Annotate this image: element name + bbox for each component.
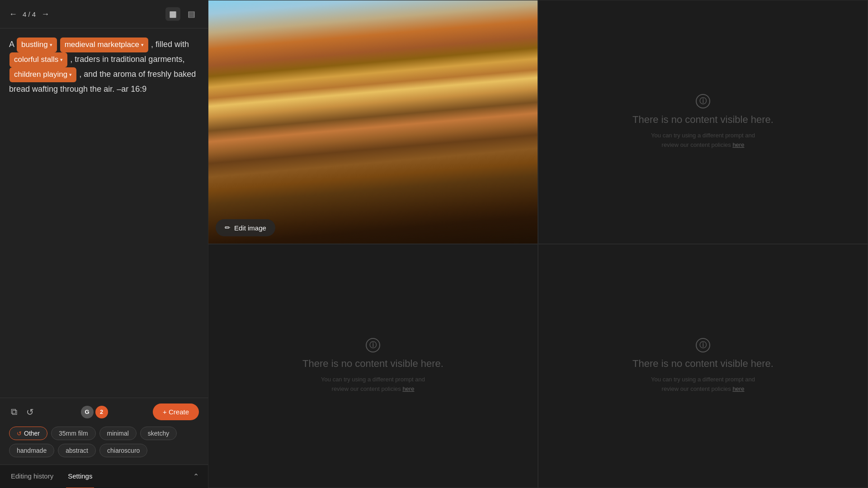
image-cell-1: ✏ Edit image	[208, 0, 538, 244]
chip-arrow-2: ▾	[141, 41, 144, 49]
badges: G 2	[81, 406, 108, 418]
create-button[interactable]: + Create	[153, 404, 199, 420]
chip-colorful-stalls[interactable]: colorful stalls ▾	[9, 52, 67, 67]
no-content-link-2[interactable]: here	[732, 141, 744, 148]
image-cell-3: ⓘ There is no content visible here. You …	[208, 244, 538, 488]
prev-button[interactable]: ←	[9, 10, 17, 18]
nav-bar: ← 4 / 4 → ▦ ▤	[0, 0, 208, 28]
chip-bustling[interactable]: bustling ▾	[17, 38, 57, 52]
prompt-text2: , filled with	[151, 40, 189, 49]
left-bottom: ⧉ ↺ G 2 + Create ↺ Other 35mm film	[0, 398, 208, 465]
left-panel: ← 4 / 4 → ▦ ▤ A bustling ▾ medieval mark…	[0, 0, 208, 488]
next-button[interactable]: →	[41, 10, 49, 18]
prompt-area: A bustling ▾ medieval marketplace ▾ , fi…	[0, 28, 208, 398]
no-content-sub-3: You can try using a different prompt and…	[314, 375, 432, 394]
info-icon-4: ⓘ	[696, 338, 710, 352]
bottom-actions-row: ⧉ ↺ G 2 + Create	[9, 404, 199, 420]
refresh-icon: ↺	[17, 430, 22, 437]
chip-children-playing[interactable]: children playing ▾	[9, 67, 76, 82]
chip-medieval-marketplace[interactable]: medieval marketplace ▾	[60, 38, 148, 52]
no-content-link-3[interactable]: here	[402, 385, 414, 392]
badge-g: G	[81, 406, 94, 418]
prompt-text: A bustling ▾ medieval marketplace ▾ , fi…	[9, 38, 199, 96]
style-chip-minimal[interactable]: minimal	[99, 427, 137, 440]
chip-arrow: ▾	[50, 41, 52, 49]
no-content-sub-2: You can try using a different prompt and…	[644, 131, 762, 150]
chip-arrow-3: ▾	[60, 56, 63, 64]
no-content-sub-4: You can try using a different prompt and…	[644, 375, 762, 394]
style-chips: ↺ Other 35mm film minimal sketchy handma…	[9, 427, 199, 457]
no-content-link-4[interactable]: here	[732, 385, 744, 392]
tab-editing-history[interactable]: Editing history	[9, 465, 55, 488]
prompt-prefix: A	[9, 40, 16, 49]
chip-arrow-4: ▾	[69, 70, 72, 79]
medieval-image	[208, 0, 538, 244]
prompt-text3: , traders in traditional garments,	[70, 55, 184, 64]
badge-2: 2	[95, 406, 108, 418]
style-chip-chiaroscuro[interactable]: chiaroscuro	[99, 444, 147, 457]
nav-count: 4 / 4	[23, 10, 36, 18]
style-chip-sketchy[interactable]: sketchy	[140, 427, 177, 440]
tab-bar: Editing history Settings ⌃	[0, 465, 208, 488]
pencil-icon: ✏	[225, 224, 231, 232]
tab-chevron-icon[interactable]: ⌃	[193, 472, 199, 481]
style-chip-other[interactable]: ↺ Other	[9, 427, 47, 440]
style-chip-handmade[interactable]: handmade	[9, 444, 54, 457]
style-chip-abstract[interactable]: abstract	[58, 444, 96, 457]
image-cell-4: ⓘ There is no content visible here. You …	[538, 244, 868, 488]
icon-buttons: ⧉ ↺	[9, 405, 36, 419]
grid-view-button[interactable]: ▦	[165, 7, 180, 21]
list-view-button[interactable]: ▤	[184, 7, 199, 21]
refresh-button[interactable]: ↺	[24, 405, 36, 419]
info-icon-2: ⓘ	[696, 94, 710, 108]
copy-button[interactable]: ⧉	[9, 405, 19, 419]
info-icon-3: ⓘ	[366, 338, 380, 352]
style-chip-35mm[interactable]: 35mm film	[51, 427, 96, 440]
no-content-title-4: There is no content visible here.	[632, 358, 774, 370]
image-cell-2: ⓘ There is no content visible here. You …	[538, 0, 868, 244]
right-panel: ✏ Edit image ⓘ There is no content visib…	[208, 0, 868, 488]
tab-settings[interactable]: Settings	[66, 465, 94, 488]
no-content-title-2: There is no content visible here.	[632, 114, 774, 126]
edit-image-button[interactable]: ✏ Edit image	[216, 219, 275, 236]
no-content-title-3: There is no content visible here.	[302, 358, 443, 370]
